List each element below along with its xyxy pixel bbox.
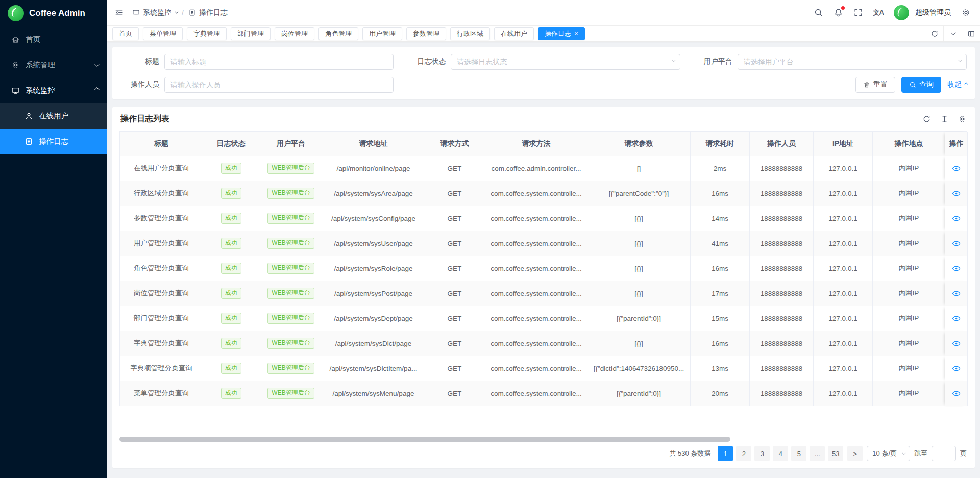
page-content: 标题 日志状态 用户平台 xyxy=(107,42,980,478)
page-button-4[interactable]: 4 xyxy=(773,446,788,461)
tab-菜单管理[interactable]: 菜单管理 xyxy=(143,27,183,40)
cell-duration: 2ms xyxy=(691,156,750,181)
column-header-location: 操作地点 xyxy=(873,132,945,156)
operation-log-card: 操作日志列表 标题日志状态用户平台请求地址请求方式请求方法请求参数请求耗时操作人… xyxy=(112,107,975,468)
app-logo[interactable]: Coffee Admin xyxy=(0,0,107,27)
pagination: 共 530 条数据 12345...53 > 10 条/页 跳至 页 xyxy=(112,446,975,468)
tab-岗位管理[interactable]: 岗位管理 xyxy=(275,27,314,40)
cell-url: /api/system/sysMenu/page xyxy=(323,381,424,406)
filter-platform-field: 用户平台 xyxy=(694,54,967,70)
tab-行政区域[interactable]: 行政区域 xyxy=(450,27,490,40)
reset-button[interactable]: 重置 xyxy=(855,77,895,93)
avatar[interactable] xyxy=(894,5,909,20)
search-icon[interactable] xyxy=(814,8,823,17)
sidebar-collapse-icon[interactable] xyxy=(114,8,124,17)
chevron-down-icon xyxy=(175,10,178,14)
sidebar-item-operation-log[interactable]: 操作日志 xyxy=(0,129,107,154)
tab-部门管理[interactable]: 部门管理 xyxy=(231,27,271,40)
layout-toggle-icon[interactable] xyxy=(962,26,980,41)
view-detail-eye-icon[interactable] xyxy=(952,314,961,323)
sidebar-item-online-users[interactable]: 在线用户 xyxy=(0,103,107,129)
cell-duration: 16ms xyxy=(691,256,750,281)
tab-字典管理[interactable]: 字典管理 xyxy=(187,27,227,40)
pagination-ellipsis[interactable]: ... xyxy=(810,446,825,461)
page-button-53[interactable]: 53 xyxy=(828,446,843,461)
column-height-icon[interactable] xyxy=(940,115,949,123)
column-header-operator: 操作人员 xyxy=(750,132,814,156)
tab-用户管理[interactable]: 用户管理 xyxy=(362,27,402,40)
cell-ip: 127.0.0.1 xyxy=(814,256,873,281)
sidebar-item-system-management[interactable]: 系统管理 xyxy=(0,52,107,78)
refresh-icon[interactable] xyxy=(922,115,931,123)
tab-参数管理[interactable]: 参数管理 xyxy=(406,27,446,40)
current-user-name[interactable]: 超级管理员 xyxy=(915,8,951,17)
view-detail-eye-icon[interactable] xyxy=(952,214,961,223)
language-switch-icon[interactable]: 文A xyxy=(873,8,884,17)
view-detail-eye-icon[interactable] xyxy=(952,339,961,348)
cell-url: /api/system/sysDictItem/pa... xyxy=(323,356,424,381)
tabs-actions-dropdown[interactable] xyxy=(943,26,962,41)
cell-operator: 18888888888 xyxy=(750,331,814,356)
coffee-logo-icon xyxy=(8,5,24,21)
breadcrumb-item-monitor[interactable]: 系统监控 xyxy=(132,8,177,17)
search-button[interactable]: 查询 xyxy=(901,77,941,93)
log-status-select[interactable] xyxy=(451,54,680,70)
column-settings-gear-icon[interactable] xyxy=(958,115,967,123)
view-detail-eye-icon[interactable] xyxy=(952,389,961,398)
cell-location: 内网IP xyxy=(873,231,945,256)
filter-status-field: 日志状态 xyxy=(407,54,680,70)
tab-操作日志[interactable]: 操作日志× xyxy=(538,27,585,40)
cell-action xyxy=(945,331,968,356)
user-platform-select[interactable] xyxy=(738,54,967,70)
platform-tag: WEB管理后台 xyxy=(267,363,314,374)
cell-action xyxy=(945,356,968,381)
view-detail-eye-icon[interactable] xyxy=(952,164,961,173)
cell-method: GET xyxy=(424,331,485,356)
pagination-total: 共 530 条数据 xyxy=(669,449,710,458)
cell-status: 成功 xyxy=(203,381,259,406)
tab-首页[interactable]: 首页 xyxy=(112,27,139,40)
tab-close-icon[interactable]: × xyxy=(574,30,578,37)
table-row: 菜单管理分页查询成功WEB管理后台/api/system/sysMenu/pag… xyxy=(120,381,967,406)
title-input[interactable] xyxy=(164,54,394,70)
view-detail-eye-icon[interactable] xyxy=(952,239,961,248)
cell-handler: com.coffee.system.controlle... xyxy=(485,206,587,231)
cell-location: 内网IP xyxy=(873,181,945,206)
table-row: 用户管理分页查询成功WEB管理后台/api/system/sysUser/pag… xyxy=(120,231,967,256)
table-row: 部门管理分页查询成功WEB管理后台/api/system/sysDept/pag… xyxy=(120,306,967,331)
cell-ip: 127.0.0.1 xyxy=(814,381,873,406)
sidebar-item-home[interactable]: 首页 xyxy=(0,27,107,52)
breadcrumb-label: 系统监控 xyxy=(143,8,172,17)
cell-title: 字典项管理分页查询 xyxy=(120,356,203,381)
cell-operator: 18888888888 xyxy=(750,231,814,256)
settings-gear-icon[interactable] xyxy=(961,8,971,17)
next-page-button[interactable]: > xyxy=(847,446,863,461)
view-detail-eye-icon[interactable] xyxy=(952,364,961,373)
page-button-3[interactable]: 3 xyxy=(754,446,770,461)
fullscreen-icon[interactable] xyxy=(853,8,863,17)
collapse-filter-link[interactable]: 收起 xyxy=(947,80,967,89)
view-detail-eye-icon[interactable] xyxy=(952,264,961,273)
operator-input[interactable] xyxy=(164,77,394,93)
tab-角色管理[interactable]: 角色管理 xyxy=(318,27,358,40)
page-size-select[interactable]: 10 条/页 xyxy=(867,446,910,461)
platform-tag: WEB管理后台 xyxy=(267,163,314,174)
scrollbar-thumb[interactable] xyxy=(119,437,730,442)
page-button-1[interactable]: 1 xyxy=(718,446,733,461)
cell-location: 内网IP xyxy=(873,256,945,281)
tab-在线用户[interactable]: 在线用户 xyxy=(494,27,534,40)
view-detail-eye-icon[interactable] xyxy=(952,189,961,198)
page-button-2[interactable]: 2 xyxy=(736,446,751,461)
cell-params: [{}] xyxy=(587,231,691,256)
pagination-pages: 12345...53 xyxy=(718,446,843,461)
jump-page-input[interactable] xyxy=(932,446,956,461)
sidebar-item-system-monitor[interactable]: 系统监控 xyxy=(0,78,107,103)
tabs-refresh-button[interactable] xyxy=(925,26,943,41)
tab-bar: 首页菜单管理字典管理部门管理岗位管理角色管理用户管理参数管理行政区域在线用户操作… xyxy=(107,26,980,42)
table-row: 角色管理分页查询成功WEB管理后台/api/system/sysRole/pag… xyxy=(120,256,967,281)
notification-bell-icon[interactable] xyxy=(834,8,843,17)
page-button-5[interactable]: 5 xyxy=(791,446,806,461)
view-detail-eye-icon[interactable] xyxy=(952,289,961,298)
horizontal-scrollbar[interactable] xyxy=(119,437,968,442)
monitor-icon xyxy=(132,9,140,16)
